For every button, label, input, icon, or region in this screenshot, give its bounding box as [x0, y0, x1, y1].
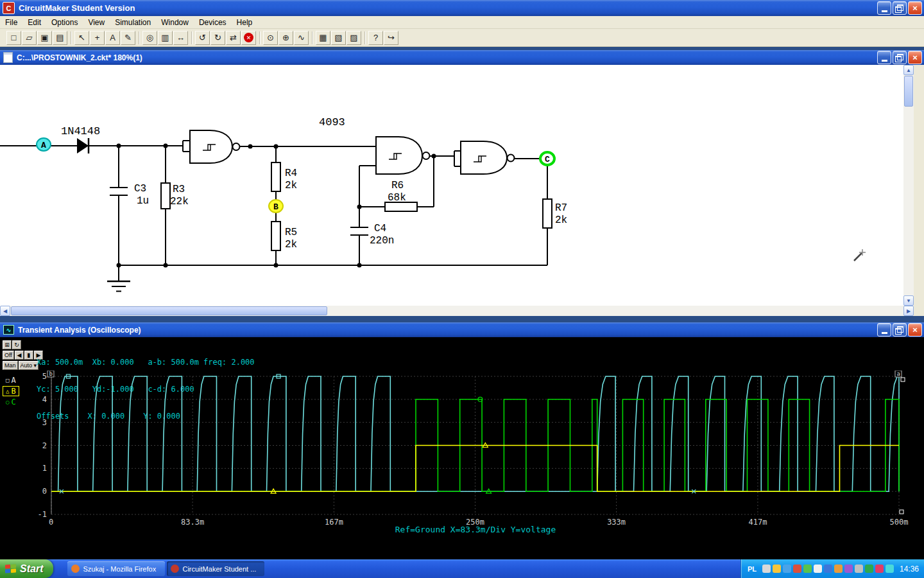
- circuit-minimize-button[interactable]: [877, 51, 891, 64]
- exit-button[interactable]: ↪: [384, 31, 398, 45]
- draw-tool-button[interactable]: ✎: [121, 31, 135, 45]
- probe-tool-button[interactable]: ⊙: [263, 31, 278, 45]
- tray-icon-2[interactable]: [773, 565, 781, 573]
- scope-restore-button[interactable]: [893, 323, 907, 337]
- task-button-1[interactable]: Szukaj - Mozilla Firefox: [67, 561, 165, 576]
- circuit-close-button[interactable]: ×: [908, 51, 922, 64]
- scroll-left-button[interactable]: ◀: [0, 306, 10, 316]
- tray-icon-7[interactable]: [824, 565, 832, 573]
- nand-gate-1[interactable]: [190, 130, 240, 163]
- scope-minimize-button[interactable]: [877, 323, 891, 337]
- rotate-left-button[interactable]: ↺: [195, 31, 210, 45]
- stop-button[interactable]: ✕: [241, 31, 256, 45]
- testpoint-b[interactable]: B: [269, 200, 283, 213]
- circuit-canvas[interactable]: A B C 1N4148 4093 C3 1u R3 22k: [0, 65, 914, 306]
- scroll-right-button[interactable]: ▶: [903, 306, 914, 316]
- tray-icon-12[interactable]: [875, 565, 884, 573]
- pan-button[interactable]: ↔: [173, 31, 188, 45]
- circuit-restore-button[interactable]: [893, 51, 907, 64]
- cursor-b-grip[interactable]: b: [47, 371, 54, 377]
- scope-close-button[interactable]: ×: [908, 323, 922, 337]
- resistor-r5[interactable]: [271, 222, 280, 250]
- zoom-tool-button[interactable]: ◎: [142, 31, 157, 45]
- diode-1n4148[interactable]: [77, 138, 89, 153]
- nand-gate-3[interactable]: [461, 141, 515, 174]
- resistor-r6[interactable]: [385, 202, 417, 211]
- open-button[interactable]: ▱: [22, 31, 37, 45]
- capacitor-c3[interactable]: [110, 188, 128, 195]
- scope-refresh-button[interactable]: ↻: [12, 340, 21, 349]
- menu-item-edit[interactable]: Edit: [22, 16, 46, 29]
- scroll-down-button[interactable]: ▼: [903, 295, 914, 306]
- digital-tool-button-3[interactable]: ▨: [346, 31, 361, 45]
- resistor-r4[interactable]: [271, 162, 280, 191]
- menu-item-devices[interactable]: Devices: [194, 16, 232, 29]
- digital-tool-button-2[interactable]: ▧: [331, 31, 346, 45]
- testpoint-a[interactable]: A: [37, 138, 51, 151]
- vertical-scrollbar[interactable]: ▲ ▼: [903, 65, 914, 306]
- cursor-handle-right-top[interactable]: [901, 378, 905, 381]
- tray-icon-3[interactable]: [783, 565, 791, 573]
- tray-icon-6[interactable]: [814, 565, 822, 573]
- cursor-a-grip[interactable]: a: [895, 371, 902, 377]
- arrow-tool-button[interactable]: ↖: [74, 31, 89, 45]
- language-indicator[interactable]: PL: [748, 565, 760, 573]
- horizontal-scrollbar[interactable]: ◀ ▶: [0, 306, 914, 316]
- circuit-schematic[interactable]: A B C 1N4148 4093 C3 1u R3 22k: [0, 65, 914, 306]
- text-tool-icon: A: [110, 33, 116, 42]
- scope-man-button[interactable]: Man: [3, 361, 18, 370]
- new-button[interactable]: □: [6, 31, 21, 45]
- nand-gate-2[interactable]: [376, 137, 430, 174]
- save-button[interactable]: ▣: [37, 31, 52, 45]
- tray-icon-9[interactable]: [844, 565, 853, 573]
- scroll-up-button[interactable]: ▲: [903, 65, 914, 75]
- text-tool-button[interactable]: A: [105, 31, 120, 45]
- print-button[interactable]: ▤: [53, 31, 67, 45]
- digital-tool-button-1[interactable]: ▦: [316, 31, 330, 45]
- restore-button[interactable]: [893, 1, 907, 15]
- circuit-window-titlebar[interactable]: C:...\PROSTOWNIK_2.ckt* 180%(1) ×: [0, 50, 924, 65]
- ground-symbol[interactable]: [107, 281, 130, 292]
- horizontal-scroll-thumb[interactable]: [11, 306, 327, 315]
- scope-plot[interactable]: 543210-1083.3m167m250m333m417m500m b a R…: [0, 371, 924, 559]
- tray-icon-10[interactable]: [855, 565, 863, 573]
- mirror-button[interactable]: ⇄: [226, 31, 241, 45]
- tray-icon-11[interactable]: [865, 565, 873, 573]
- scope-window-titlebar[interactable]: ∿ Transient Analysis (Oscilloscope) ×: [0, 322, 924, 337]
- scope-prev-button[interactable]: ◀: [15, 351, 24, 360]
- scope-off-button[interactable]: Off: [3, 351, 14, 360]
- main-titlebar[interactable]: C CircuitMaker Student Version ×: [0, 0, 924, 16]
- tray-icon-1[interactable]: [762, 565, 771, 573]
- multimeter-button[interactable]: ⊕: [278, 31, 293, 45]
- resistor-r7[interactable]: [543, 199, 552, 228]
- close-button[interactable]: ×: [908, 1, 922, 15]
- tray-icon-4[interactable]: [793, 565, 801, 573]
- waveform-button[interactable]: ∿: [294, 31, 309, 45]
- menu-item-file[interactable]: File: [0, 16, 22, 29]
- menu-item-help[interactable]: Help: [232, 16, 258, 29]
- clock[interactable]: 14:36: [896, 565, 919, 574]
- scope-zoom-button[interactable]: ⊞: [3, 340, 12, 349]
- wire-tool-button[interactable]: +: [90, 31, 105, 45]
- menu-item-window[interactable]: Window: [156, 16, 194, 29]
- menu-item-simulation[interactable]: Simulation: [110, 16, 156, 29]
- tray-icon-8[interactable]: [834, 565, 843, 573]
- menu-item-view[interactable]: View: [83, 16, 110, 29]
- task-button-2[interactable]: CircuitMaker Student ...: [167, 561, 264, 576]
- cursor-handle-right-bottom[interactable]: [900, 510, 903, 514]
- vertical-scroll-thumb[interactable]: [904, 76, 913, 107]
- testpoint-c[interactable]: C: [540, 152, 554, 165]
- multimeter-icon: ⊕: [282, 33, 289, 42]
- rotate-right-button[interactable]: ↻: [210, 31, 225, 45]
- scope-pause-button[interactable]: ▮: [24, 351, 33, 360]
- menu-item-options[interactable]: Options: [46, 16, 83, 29]
- start-button[interactable]: Start: [0, 559, 53, 578]
- sheet-button[interactable]: ▥: [158, 31, 173, 45]
- tray-icon-5[interactable]: [803, 565, 812, 573]
- capacitor-c4[interactable]: [350, 227, 368, 235]
- minimize-button[interactable]: [877, 1, 891, 15]
- scope-auto-button[interactable]: Auto ▾: [19, 361, 39, 370]
- tray-icon-13[interactable]: [886, 565, 894, 573]
- help-button[interactable]: ?: [368, 31, 383, 45]
- resistor-r3[interactable]: [161, 183, 170, 209]
